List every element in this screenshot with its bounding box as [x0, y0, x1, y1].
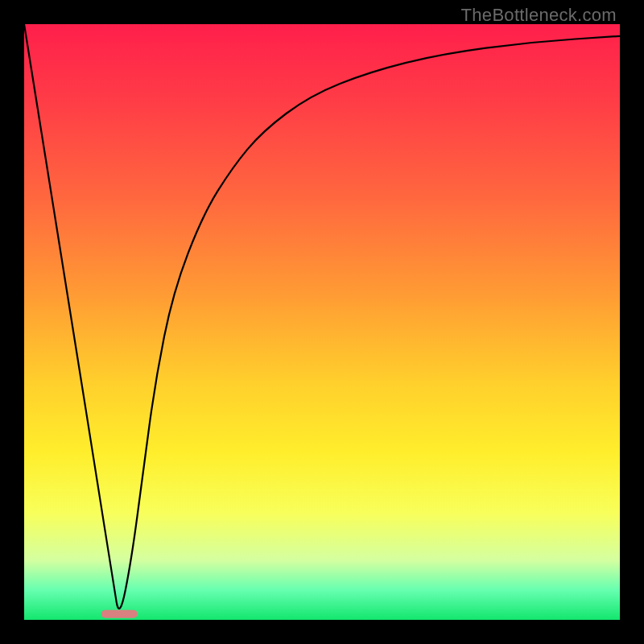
bottleneck-curve-path [24, 24, 620, 609]
watermark-text: TheBottleneck.com [461, 5, 617, 26]
chart-frame: TheBottleneck.com [0, 0, 644, 644]
plot-area [24, 24, 620, 620]
bottleneck-curve-svg [24, 24, 620, 620]
optimal-marker [101, 609, 137, 617]
